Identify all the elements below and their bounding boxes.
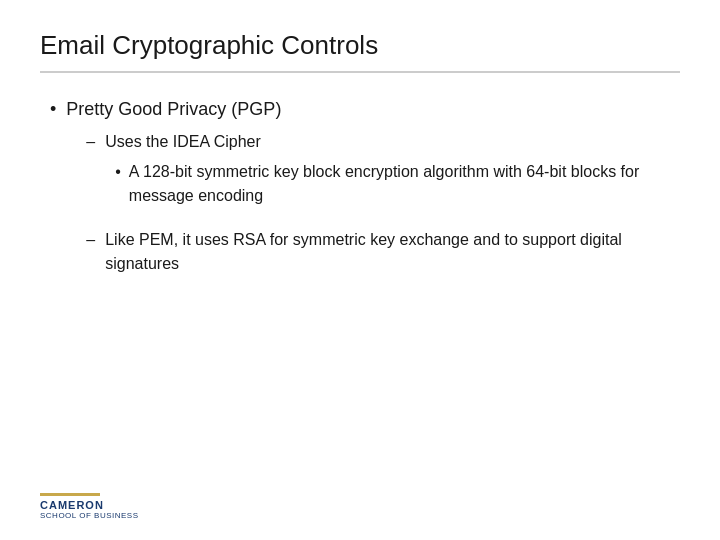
content-area: • Pretty Good Privacy (PGP) – Uses the I… — [40, 97, 680, 510]
bullet3-text-1: A 128-bit symmetric key block encryption… — [129, 160, 680, 208]
footer: CAMERON School of Business — [40, 493, 139, 520]
dash-item-idea: – Uses the IDEA Cipher • A 128-bit symme… — [86, 130, 680, 214]
bullet-level1-pgp: • Pretty Good Privacy (PGP) – Uses the I… — [50, 97, 680, 290]
dash-item-pem: – Like PEM, it uses RSA for symmetric ke… — [86, 228, 680, 276]
sub-sub-bullets: • A 128-bit symmetric key block encrypti… — [115, 160, 680, 208]
logo-box: CAMERON School of Business — [40, 493, 139, 520]
footer-sub-text: School of Business — [40, 511, 139, 520]
dash-text-1: Uses the IDEA Cipher — [105, 133, 261, 150]
bullet3-marker-1: • — [115, 160, 121, 184]
dash-text-2: Like PEM, it uses RSA for symmetric key … — [105, 231, 622, 272]
dash-marker-1: – — [86, 130, 95, 154]
footer-logo-text: CAMERON — [40, 499, 139, 511]
bullet-marker-1: • — [50, 97, 56, 122]
logo-accent — [40, 493, 100, 496]
dash-content-1: Uses the IDEA Cipher • A 128-bit symmetr… — [105, 130, 680, 214]
bullet-level3-128bit: • A 128-bit symmetric key block encrypti… — [115, 160, 680, 208]
slide-title: Email Cryptographic Controls — [40, 30, 680, 61]
bullet1-text: Pretty Good Privacy (PGP) — [66, 99, 281, 119]
slide: Email Cryptographic Controls • Pretty Go… — [0, 0, 720, 540]
sub-bullets: – Uses the IDEA Cipher • A 128-bit symme… — [86, 130, 680, 276]
bullet1-content: Pretty Good Privacy (PGP) – Uses the IDE… — [66, 97, 680, 290]
title-area: Email Cryptographic Controls — [40, 30, 680, 73]
dash-content-2: Like PEM, it uses RSA for symmetric key … — [105, 228, 680, 276]
dash-marker-2: – — [86, 228, 95, 252]
